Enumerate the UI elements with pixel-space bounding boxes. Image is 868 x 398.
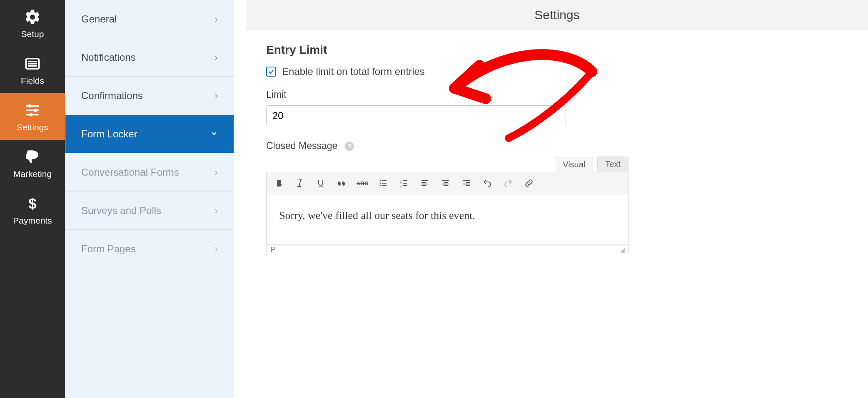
svg-point-16	[380, 183, 381, 184]
element-path: P	[271, 246, 275, 254]
submenu-label: Conversational Forms	[81, 167, 179, 178]
chevron-right-icon: ›	[215, 52, 218, 63]
svg-point-17	[380, 185, 381, 187]
dollar-icon: $	[24, 195, 41, 212]
nav-label: Settings	[17, 122, 48, 132]
bullet-list-button[interactable]	[375, 175, 392, 192]
gear-icon	[24, 8, 41, 26]
underline-button[interactable]	[312, 175, 329, 192]
align-center-button[interactable]	[437, 175, 454, 192]
nav-label: Setup	[21, 29, 44, 39]
list-icon	[24, 55, 41, 72]
editor-content[interactable]: Sorry, we've filled all our seats for th…	[267, 194, 628, 244]
submenu-label: Confirmations	[81, 90, 143, 102]
closed-message-editor: Visual Text ABC 123	[266, 157, 629, 255]
section-heading: Entry Limit	[266, 43, 848, 57]
number-list-button[interactable]: 123	[396, 175, 412, 192]
redo-button[interactable]	[500, 175, 516, 192]
limit-input[interactable]	[266, 105, 566, 126]
help-icon[interactable]: ?	[345, 142, 354, 151]
enable-limit-label: Enable limit on total form entries	[282, 66, 425, 77]
nav-settings[interactable]: Settings	[0, 93, 65, 140]
submenu-label: Notifications	[81, 52, 136, 63]
svg-point-9	[29, 113, 32, 116]
bullhorn-icon	[24, 148, 41, 166]
svg-point-15	[380, 180, 381, 182]
nav-label: Fields	[21, 76, 44, 86]
wysiwyg-editor: ABC 123 Sorry, we've filled all our seat…	[266, 172, 629, 255]
align-right-button[interactable]	[458, 175, 475, 192]
chevron-right-icon: ›	[215, 205, 218, 216]
svg-text:$: $	[28, 195, 36, 211]
submenu-notifications[interactable]: Notifications ›	[65, 38, 234, 77]
settings-submenu: General › Notifications › Confirmations …	[65, 0, 234, 398]
svg-point-5	[28, 104, 31, 107]
column-separator	[234, 0, 246, 398]
submenu-form-locker[interactable]: Form Locker	[65, 115, 234, 153]
closed-message-label-text: Closed Message	[266, 140, 337, 152]
nav-fields[interactable]: Fields	[0, 47, 65, 93]
svg-line-13	[299, 180, 301, 187]
submenu-surveys-polls[interactable]: Surveys and Polls ›	[65, 192, 234, 230]
svg-point-7	[34, 109, 37, 112]
blockquote-button[interactable]	[333, 175, 350, 192]
submenu-label: Form Pages	[81, 243, 136, 255]
settings-form: Entry Limit Enable limit on total form e…	[246, 30, 868, 269]
italic-button[interactable]	[292, 175, 308, 192]
editor-toolbar: ABC 123	[267, 172, 628, 194]
link-button[interactable]	[521, 175, 537, 192]
submenu-confirmations[interactable]: Confirmations ›	[65, 77, 234, 115]
svg-text:3: 3	[400, 184, 402, 187]
strikethrough-button[interactable]: ABC	[354, 175, 371, 192]
submenu-general[interactable]: General ›	[65, 0, 234, 38]
submenu-label: Surveys and Polls	[81, 205, 161, 216]
chevron-down-icon	[210, 128, 218, 140]
nav-setup[interactable]: Setup	[0, 0, 65, 47]
submenu-label: General	[81, 13, 117, 25]
chevron-right-icon: ›	[215, 243, 218, 255]
chevron-right-icon: ›	[215, 13, 218, 25]
checkbox-icon	[266, 67, 276, 77]
editor-tab-text[interactable]: Text	[597, 157, 629, 172]
nav-label: Payments	[13, 216, 52, 226]
bold-button[interactable]	[271, 175, 287, 192]
nav-payments[interactable]: $ Payments	[0, 187, 65, 233]
limit-label: Limit	[266, 89, 848, 100]
nav-label: Marketing	[13, 169, 52, 179]
undo-button[interactable]	[479, 175, 496, 192]
chevron-right-icon: ›	[215, 90, 218, 102]
chevron-right-icon: ›	[215, 167, 218, 178]
primary-sidebar: Setup Fields Settings Marketing $ Paymen…	[0, 0, 65, 398]
editor-tab-visual[interactable]: Visual	[555, 157, 593, 172]
nav-marketing[interactable]: Marketing	[0, 140, 65, 187]
submenu-label: Form Locker	[81, 128, 137, 140]
align-left-button[interactable]	[417, 175, 433, 192]
submenu-conversational-forms[interactable]: Conversational Forms ›	[65, 153, 234, 192]
submenu-form-pages[interactable]: Form Pages ›	[65, 230, 234, 268]
editor-tabs: Visual Text	[266, 157, 629, 172]
enable-limit-checkbox-row[interactable]: Enable limit on total form entries	[266, 66, 848, 77]
main-panel: Settings Entry Limit Enable limit on tot…	[246, 0, 868, 398]
closed-message-label: Closed Message ?	[266, 140, 848, 152]
page-title: Settings	[246, 0, 868, 30]
sliders-icon	[24, 102, 41, 119]
resize-handle-icon[interactable]: ◢	[620, 246, 624, 253]
editor-status-bar: P ◢	[267, 244, 628, 255]
